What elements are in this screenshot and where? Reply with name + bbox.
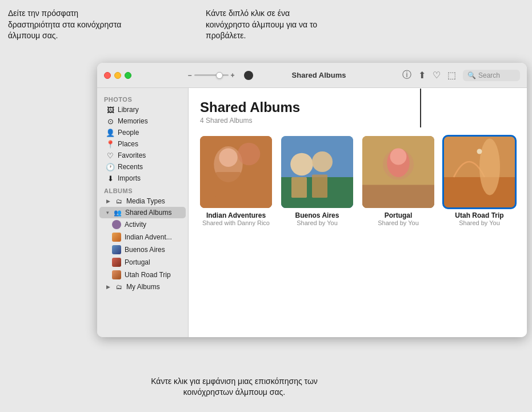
album-thumb-utah (443, 136, 515, 208)
sidebar-section-photos: Photos (97, 93, 188, 104)
maximize-button[interactable] (125, 72, 131, 79)
content-area: Photos 🖼 Library ⊙ Memories 👤 People 📍 P… (97, 88, 527, 337)
sidebar-item-portugal[interactable]: Portugal (99, 256, 186, 269)
album-count: 4 Shared Albums (200, 117, 515, 125)
sidebar-item-indian-adventures[interactable]: Indian Advent... (99, 231, 186, 243)
sidebar-item-imports[interactable]: ⬇ Imports (99, 173, 186, 184)
sidebar-item-library[interactable]: 🖼 Library (99, 104, 186, 115)
sidebar-label-shared-albums: Shared Albums (125, 209, 171, 217)
minimize-button[interactable] (114, 72, 121, 79)
search-icon: 🔍 (467, 71, 476, 79)
titlebar-center: − + Shared Albums (131, 71, 402, 80)
svg-rect-17 (443, 177, 515, 208)
portugal-thumb (112, 258, 121, 267)
album-title-buenos: Buenos Aires (281, 211, 353, 219)
shared-albums-icon: 👥 (114, 209, 122, 217)
sidebar-label-favorites: Favorites (118, 151, 146, 159)
svg-point-19 (477, 149, 482, 154)
album-indian-adventures[interactable]: Indian Adventures Shared with Danny Rico (200, 136, 272, 226)
sidebar-label-media-types: Media Types (126, 197, 165, 205)
svg-point-2 (219, 149, 237, 167)
svg-point-4 (238, 143, 261, 166)
sidebar-label-my-albums: My Albums (126, 283, 160, 291)
sidebar-label-imports: Imports (118, 174, 141, 182)
sidebar-item-recents[interactable]: 🕐 Recents (99, 161, 186, 173)
sidebar-label-utah-road-trip: Utah Road Trip (125, 271, 171, 279)
svg-rect-15 (362, 185, 434, 209)
info-icon[interactable]: ⓘ (402, 69, 411, 81)
album-subtitle-indian: Shared with Danny Rico (200, 219, 272, 226)
sidebar-item-favorites[interactable]: ♡ Favorites (99, 150, 186, 161)
svg-rect-10 (312, 175, 327, 198)
disclosure-media-types: ▶ (106, 198, 110, 204)
search-box[interactable]: 🔍 Search (463, 70, 520, 81)
sidebar-section-albums: Albums (97, 184, 188, 195)
indian-adventures-thumb (112, 233, 121, 242)
sidebar-item-buenos-aires[interactable]: Buenos Aires (99, 243, 186, 256)
favorites-icon: ♡ (106, 151, 114, 159)
svg-point-8 (312, 151, 333, 172)
sidebar-label-buenos-aires: Buenos Aires (125, 246, 165, 254)
library-icon: 🖼 (106, 106, 114, 114)
svg-rect-3 (215, 172, 241, 198)
main-view: Shared Albums 4 Shared Albums Indi (189, 88, 527, 337)
disclosure-my-albums: ▶ (106, 284, 110, 290)
sidebar-item-my-albums[interactable]: ▶ 🗂 My Albums (99, 281, 186, 293)
album-thumb-portugal (362, 136, 434, 208)
annotation-topcenter: Κάντε διπλό κλικ σε ένα κοινόχρηστο άλμπ… (206, 8, 331, 42)
activity-icon (112, 220, 121, 229)
svg-point-18 (479, 139, 500, 195)
buenos-aires-thumb (112, 245, 121, 254)
titlebar-actions: ⓘ ⬆ ♡ ⬚ 🔍 Search (402, 69, 520, 81)
album-subtitle-buenos: Shared by You (281, 219, 353, 226)
album-thumb-indian (200, 136, 272, 208)
sidebar-item-places[interactable]: 📍 Places (99, 138, 186, 150)
share-icon[interactable]: ⬆ (418, 70, 426, 81)
album-utah-road-trip[interactable]: Utah Road Trip Shared by You (443, 136, 515, 226)
sidebar-item-people[interactable]: 👤 People (99, 127, 186, 138)
zoom-plus-icon: + (231, 71, 235, 79)
crop-icon[interactable]: ⬚ (447, 70, 456, 81)
zoom-slider[interactable]: − + (188, 71, 235, 79)
sidebar-item-shared-albums[interactable]: ▾ 👥 Shared Albums (99, 207, 186, 218)
album-portugal[interactable]: Portugal Shared by You (362, 136, 434, 226)
callout-line (420, 89, 421, 127)
zoom-minus-icon: − (188, 71, 192, 79)
close-button[interactable] (104, 72, 111, 79)
svg-point-14 (390, 149, 407, 165)
traffic-lights (104, 72, 131, 79)
imports-icon: ⬇ (106, 174, 114, 182)
svg-rect-9 (291, 177, 307, 198)
main-window: − + Shared Albums ⓘ ⬆ ♡ ⬚ 🔍 Search Photo… (97, 63, 527, 337)
sidebar-label-memories: Memories (118, 117, 148, 125)
album-thumb-buenos (281, 136, 353, 208)
sidebar-label-people: People (118, 129, 139, 137)
album-subtitle-utah: Shared by You (443, 219, 515, 226)
albums-grid: Indian Adventures Shared with Danny Rico (200, 136, 515, 226)
sidebar-label-portugal: Portugal (125, 258, 150, 266)
sidebar-label-library: Library (118, 106, 139, 114)
annotation-topleft: Δείτε την πρόσφατη δραστηριότητα στα κοι… (8, 8, 122, 42)
page-title: Shared Albums (200, 99, 515, 115)
people-icon: 👤 (106, 129, 114, 137)
sidebar-item-memories[interactable]: ⊙ Memories (99, 115, 186, 127)
sidebar-item-utah-road-trip[interactable]: Utah Road Trip (99, 269, 186, 281)
album-buenos-aires[interactable]: Buenos Aires Shared by You (281, 136, 353, 226)
memories-icon: ⊙ (106, 117, 114, 125)
album-subtitle-portugal: Shared by You (362, 219, 434, 226)
sidebar-item-activity[interactable]: Activity (99, 218, 186, 231)
sidebar-label-activity: Activity (125, 221, 146, 229)
disclosure-shared-albums: ▾ (106, 210, 109, 215)
places-icon: 📍 (106, 140, 114, 148)
search-label: Search (478, 71, 500, 79)
heart-icon[interactable]: ♡ (433, 70, 441, 81)
view-toggle-button[interactable] (244, 71, 253, 80)
annotation-bottom: Κάντε κλικ για εμφάνιση μιας επισκόπησης… (137, 376, 331, 398)
album-title-portugal: Portugal (362, 211, 434, 219)
album-title-indian: Indian Adventures (200, 211, 272, 219)
sidebar-item-media-types[interactable]: ▶ 🗂 Media Types (99, 195, 186, 207)
recents-icon: 🕐 (106, 163, 114, 171)
media-types-icon: 🗂 (115, 197, 123, 205)
utah-road-trip-thumb (112, 270, 121, 279)
window-title: Shared Albums (292, 71, 346, 79)
